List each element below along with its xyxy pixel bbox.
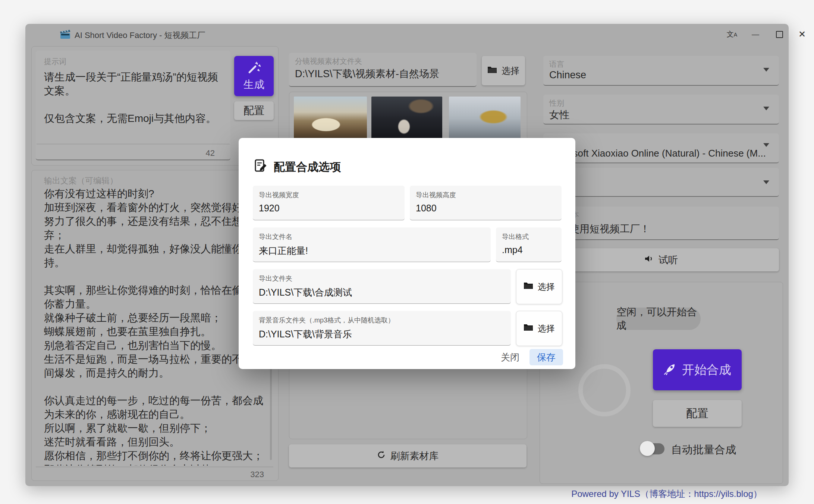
language-switch-button[interactable]: 文A xyxy=(724,28,740,40)
preview-text-field[interactable]: 试听文本 欢迎使用短视频工厂！ xyxy=(543,207,779,240)
export-width-value: 1920 xyxy=(259,203,405,214)
translate-icon: 文A xyxy=(727,29,737,39)
voice-value: Microsoft Xiaoxiao Online (Natural) - Ch… xyxy=(549,148,766,159)
language-value: Chinese xyxy=(549,69,586,81)
minimize-button[interactable]: — xyxy=(747,28,764,40)
bgm-folder-select-button[interactable]: 选择 xyxy=(516,311,562,346)
progress-ring xyxy=(578,364,631,416)
app-clapperboard-icon xyxy=(60,29,71,41)
refresh-library-label: 刷新素材库 xyxy=(390,450,439,463)
document-edit-icon xyxy=(254,159,268,174)
refresh-library-button[interactable]: 刷新素材库 xyxy=(289,444,527,467)
folder-icon xyxy=(524,323,533,334)
synthesis-config-label: 配置 xyxy=(686,406,708,421)
bgm-folder-select-label: 选择 xyxy=(538,323,555,334)
export-format-label: 导出格式 xyxy=(502,232,562,241)
powered-by-link[interactable]: Powered by YILS（博客地址：https://yils.blog） xyxy=(562,488,771,500)
export-format-field[interactable]: 导出格式 .mp4 xyxy=(496,227,562,262)
bgm-folder-value: D:\YILS\下载\背景音乐 xyxy=(259,328,511,340)
export-filename-value: 来口正能量! xyxy=(259,245,491,257)
export-height-field[interactable]: 导出视频高度 1080 xyxy=(410,186,562,220)
dialog-title: 配置合成选项 xyxy=(274,160,341,175)
material-folder-select-button[interactable]: 选择 xyxy=(482,56,525,85)
prompt-char-count: 42 xyxy=(177,148,215,158)
material-folder-field[interactable]: 分镜视频素材文件夹 D:\YILS\下载\视频素材-自然场景 xyxy=(289,53,477,87)
dialog-close-button[interactable]: 关闭 xyxy=(496,349,524,365)
gender-label: 性别 xyxy=(549,98,564,108)
export-folder-field[interactable]: 导出文件夹 D:\YILS\下载\合成测试 xyxy=(253,269,511,304)
output-divider xyxy=(36,467,273,467)
voice-dropdown[interactable]: Microsoft Xiaoxiao Online (Natural) - Ch… xyxy=(543,133,779,163)
gender-dropdown[interactable]: 性别 女性 xyxy=(543,95,779,125)
language-dropdown[interactable]: 语言 Chinese xyxy=(543,56,779,86)
refresh-icon xyxy=(377,450,386,462)
close-icon: ✕ xyxy=(798,29,806,40)
screen: AI Short Video Factory - 短视频工厂 文A — ✕ 提示… xyxy=(0,0,814,504)
dialog-save-button[interactable]: 保存 xyxy=(529,349,563,365)
listen-button[interactable]: 试听 xyxy=(543,248,779,271)
chevron-down-icon xyxy=(763,143,769,147)
material-folder-label: 分镜视频素材文件夹 xyxy=(295,56,362,66)
auto-batch-toggle[interactable] xyxy=(640,441,666,456)
maximize-button[interactable] xyxy=(771,28,788,40)
status-badge: 空闲，可以开始合成 xyxy=(616,308,701,330)
gender-value: 女性 xyxy=(549,108,569,122)
export-format-value: .mp4 xyxy=(502,245,562,255)
folder-icon xyxy=(524,281,533,292)
material-folder-select-label: 选择 xyxy=(502,65,519,77)
chevron-down-icon xyxy=(763,68,769,72)
prompt-config-button[interactable]: 配置 xyxy=(234,101,274,120)
start-synthesis-label: 开始合成 xyxy=(682,362,731,378)
synthesis-config-button[interactable]: 配置 xyxy=(653,400,742,427)
start-synthesis-button[interactable]: 开始合成 xyxy=(653,349,742,390)
chevron-down-icon xyxy=(763,107,769,110)
material-folder-value: D:\YILS\下载\视频素材-自然场景 xyxy=(295,67,472,81)
export-filename-field[interactable]: 导出文件名 来口正能量! xyxy=(253,227,491,262)
chevron-down-icon xyxy=(763,180,769,184)
export-height-value: 1080 xyxy=(416,203,562,214)
folder-icon xyxy=(487,66,497,76)
config-dialog: 配置合成选项 导出视频宽度 1920 导出视频高度 1080 导出文件名 来口正… xyxy=(239,138,575,369)
window-title: AI Short Video Factory - 短视频工厂 xyxy=(75,30,205,41)
close-button[interactable]: ✕ xyxy=(794,28,810,40)
listen-button-label: 试听 xyxy=(659,253,678,267)
generate-button[interactable]: 生成 xyxy=(234,56,274,96)
export-height-label: 导出视频高度 xyxy=(416,190,562,199)
bgm-folder-field[interactable]: 背景音乐文件夹（.mp3格式，从中随机选取） D:\YILS\下载\背景音乐 xyxy=(253,311,511,346)
toggle-thumb xyxy=(640,441,655,456)
export-width-field[interactable]: 导出视频宽度 1920 xyxy=(253,186,405,220)
rate-dropdown[interactable] xyxy=(543,168,779,197)
prompt-divider xyxy=(37,144,230,144)
export-folder-select-button[interactable]: 选择 xyxy=(516,269,562,304)
minimize-icon: — xyxy=(752,30,759,39)
export-filename-label: 导出文件名 xyxy=(259,232,491,241)
prompt-input[interactable]: 提示词 请生成一段关于“正能量鸡汤”的短视频文案。 仅包含文案，无需Emoji与… xyxy=(36,51,230,160)
language-label: 语言 xyxy=(549,59,564,69)
bgm-folder-label: 背景音乐文件夹（.mp3格式，从中随机选取） xyxy=(259,316,511,325)
synthesis-panel: 空闲，可以开始合成 开始合成 配置 自动批量合成 P xyxy=(540,282,783,484)
export-folder-select-label: 选择 xyxy=(538,281,555,293)
maximize-icon xyxy=(776,31,783,38)
prompt-config-label: 配置 xyxy=(243,104,264,118)
output-textarea[interactable]: 你有没有过这样的时刻? 加班到深夜，看着窗外的灯火，突然觉得好累； 努力了很久的… xyxy=(44,187,268,466)
generate-button-label: 生成 xyxy=(243,78,264,92)
magic-wand-icon xyxy=(246,60,261,76)
export-folder-label: 导出文件夹 xyxy=(259,274,511,283)
title-bar[interactable]: AI Short Video Factory - 短视频工厂 文A — ✕ xyxy=(25,24,789,44)
export-folder-value: D:\YILS\下载\合成测试 xyxy=(259,286,511,299)
auto-batch-label: 自动批量合成 xyxy=(671,442,736,457)
prompt-label: 提示词 xyxy=(44,57,66,67)
export-width-label: 导出视频宽度 xyxy=(259,190,405,199)
speaker-icon xyxy=(644,254,654,266)
output-char-count: 323 xyxy=(212,470,264,479)
rocket-icon xyxy=(663,363,676,377)
output-label: 输出文案（可编辑） xyxy=(44,175,118,186)
